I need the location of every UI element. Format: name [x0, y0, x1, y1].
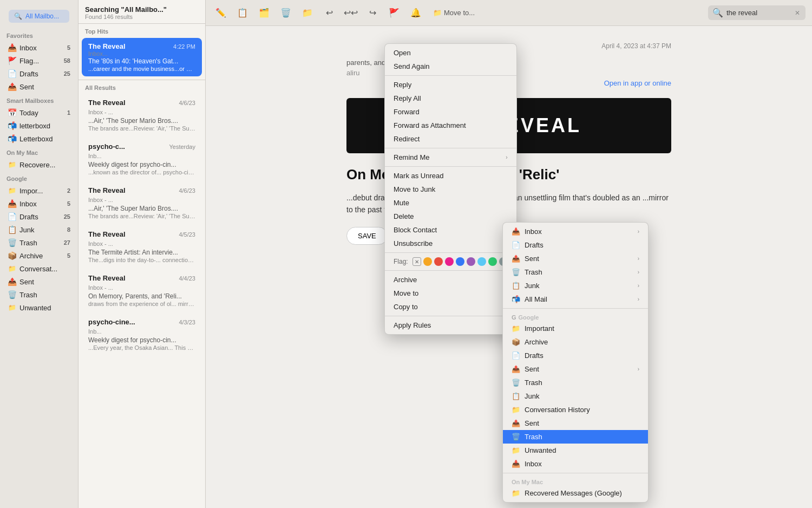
archive-toolbar-button[interactable]: 🗂️ — [256, 5, 273, 21]
sidebar-item-letterboxd2[interactable]: 📬 Letterboxd — [2, 133, 76, 145]
sub-google-archive[interactable]: 📦 Archive — [503, 335, 648, 349]
sub-all-mail[interactable]: 📬 All Mail › — [503, 292, 648, 306]
ctx-move-junk[interactable]: Move to Junk — [385, 183, 516, 196]
flag-toolbar-button[interactable]: 🚩 — [385, 5, 403, 21]
sidebar-item-flagged[interactable]: 🚩 Flag... 58 — [2, 55, 76, 67]
sidebar-item-label: Impor... — [19, 187, 64, 195]
move-to-toolbar-button[interactable]: 📁 Move to... — [429, 6, 479, 19]
sidebar-item-google-important[interactable]: 📁 Impor... 2 — [2, 185, 76, 197]
sub-google-drafts[interactable]: 📄 Drafts — [503, 349, 648, 362]
inbox-icon: 📥 — [512, 460, 520, 468]
sub-google-junk[interactable]: 📋 Junk — [503, 389, 648, 403]
open-in-app-link[interactable]: Open in app — [604, 79, 643, 87]
sidebar-item-google-trash[interactable]: 🗑️ Trash 27 — [2, 237, 76, 249]
sub-recovered-messages[interactable]: 📁 Recovered Messages (Google) — [503, 486, 648, 500]
sub-google-sent2[interactable]: 📤 Sent — [503, 416, 648, 430]
sub-google-sent[interactable]: 📤 Sent › — [503, 362, 648, 376]
toolbar-search[interactable]: 🔍 ✕ — [708, 5, 806, 20]
save-button[interactable]: SAVE — [346, 227, 388, 245]
mail-item[interactable]: The Reveal 4/5/23 Inbox - ... The Termit… — [82, 226, 202, 268]
google-icon: G — [512, 314, 516, 321]
clear-search-icon[interactable]: ✕ — [795, 9, 800, 17]
sub-google-unwanted[interactable]: 📁 Unwanted — [503, 444, 648, 457]
sidebar-item-google-inbox[interactable]: 📥 Inbox 5 — [2, 198, 76, 210]
sub-google-trash2-active[interactable]: 🗑️ Trash — [503, 430, 648, 444]
sub-inbox[interactable]: 📥 Inbox › — [503, 225, 648, 238]
sidebar-item-google-drafts[interactable]: 📄 Drafts 25 — [2, 211, 76, 223]
sub-google-important[interactable]: 📁 Important — [503, 322, 648, 335]
online-link[interactable]: online — [652, 79, 671, 87]
flag-clear-button[interactable]: ✕ — [412, 257, 421, 266]
mail-item[interactable]: The Reveal 4/4/23 Inbox - ... On Memory,… — [82, 270, 202, 311]
ctx-redirect[interactable]: Redirect — [385, 132, 516, 146]
folder-icon: 📁 — [512, 446, 520, 454]
mail-sender: The Reveal — [88, 42, 126, 50]
flag-pink-button[interactable] — [445, 257, 454, 266]
mail-item[interactable]: psycho-cine... 4/3/23 Inb... Weekly dige… — [82, 314, 202, 355]
sidebar-item-letterboxd1[interactable]: 📬 letterboxd — [2, 120, 76, 132]
sidebar-item-google-sent[interactable]: 📤 Sent — [2, 276, 76, 288]
junk-toolbar-button[interactable]: 📁 — [299, 5, 316, 21]
forward-toolbar-button[interactable]: ↪ — [364, 5, 381, 21]
sidebar-item-today[interactable]: 📅 Today 1 — [2, 107, 76, 119]
ctx-move-to[interactable]: Move to › — [385, 286, 516, 300]
mail-item[interactable]: The Reveal 4/6/23 Inbox - ... ...Air,' '… — [82, 94, 202, 136]
ctx-separator — [385, 316, 516, 316]
search-input[interactable] — [726, 9, 791, 17]
flag-orange-button[interactable] — [423, 257, 432, 266]
sidebar-item-drafts[interactable]: 📄 Drafts 25 — [2, 68, 76, 80]
compose-button[interactable]: ✏️ — [212, 5, 230, 21]
ctx-reply[interactable]: Reply — [385, 78, 516, 92]
all-mailboxes-badge[interactable]: 🔍 All Mailbo... — [9, 10, 69, 23]
sidebar-item-count: 5 — [67, 44, 70, 51]
ctx-mark-unread[interactable]: Mark as Unread — [385, 169, 516, 183]
ctx-send-again[interactable]: Send Again — [385, 60, 516, 73]
mail-item-top-hit[interactable]: The Reveal 4:22 PM Inbox... The '80s in … — [82, 38, 202, 76]
ctx-reply-all[interactable]: Reply All — [385, 92, 516, 105]
sub-google-trash[interactable]: 🗑️ Trash — [503, 376, 648, 389]
sub-drafts[interactable]: 📄 Drafts — [503, 238, 648, 252]
note-button[interactable]: 📋 — [234, 5, 251, 21]
ctx-delete[interactable]: Delete — [385, 210, 516, 223]
sidebar-item-google-archive[interactable]: 📦 Archive 5 — [2, 250, 76, 262]
mail-item[interactable]: The Reveal 4/6/23 Inbox - ... ...Air,' '… — [82, 182, 202, 224]
flag-lightblue-button[interactable] — [477, 257, 486, 266]
ctx-block-contact[interactable]: Block Contact — [385, 223, 516, 237]
sidebar-item-unwanted[interactable]: 📁 Unwanted — [2, 302, 76, 314]
sidebar-item-conversation[interactable]: 📁 Conversat... — [2, 263, 76, 275]
sidebar-item-google-trash2[interactable]: 🗑️ Trash — [2, 289, 76, 301]
ctx-archive[interactable]: Archive — [385, 273, 516, 286]
ctx-apply-rules[interactable]: Apply Rules — [385, 318, 516, 332]
sub-google-inbox[interactable]: 📥 Inbox — [503, 457, 648, 471]
flag-green-button[interactable] — [488, 257, 497, 266]
sub-junk-top[interactable]: 📋 Junk › — [503, 279, 648, 292]
ctx-unsubscribe-label: Unsubscribe — [394, 239, 433, 248]
sidebar-item-inbox[interactable]: 📥 Inbox 5 — [2, 42, 76, 54]
sub-conversation-history[interactable]: 📁 Conversation History — [503, 403, 648, 416]
mail-subject: ...Air,' 'The Super Mario Bros.... — [88, 117, 195, 125]
mail-item[interactable]: psycho-c... Yesterday Inb... Weekly dige… — [82, 138, 202, 180]
notification-toolbar-button[interactable]: 🔔 — [407, 5, 424, 21]
ctx-forward-attachment-label: Forward as Attachment — [394, 121, 466, 129]
sidebar-item-google-junk[interactable]: 📋 Junk 8 — [2, 224, 76, 236]
ctx-forward[interactable]: Forward — [385, 105, 516, 119]
folder-icon: 📁 — [512, 489, 520, 497]
reply-toolbar-button[interactable]: ↩ — [320, 5, 338, 21]
flag-blue-button[interactable] — [456, 257, 464, 266]
ctx-unsubscribe[interactable]: Unsubscribe — [385, 237, 516, 250]
ctx-forward-attachment[interactable]: Forward as Attachment — [385, 119, 516, 132]
sub-trash-top[interactable]: 🗑️ Trash › — [503, 265, 648, 279]
delete-toolbar-button[interactable]: 🗑️ — [277, 5, 294, 21]
ctx-move-junk-label: Move to Junk — [394, 185, 435, 193]
ctx-open[interactable]: Open — [385, 46, 516, 60]
reply-all-toolbar-button[interactable]: ↩↩ — [342, 5, 359, 21]
ctx-copy-to[interactable]: Copy to › — [385, 300, 516, 314]
ctx-remind-me[interactable]: Remind Me › — [385, 151, 516, 164]
flag-red-button[interactable] — [434, 257, 443, 266]
sidebar-item-recovered[interactable]: 📁 Recovere... — [2, 159, 76, 171]
ctx-mute[interactable]: Mute — [385, 196, 516, 210]
sidebar-item-sent[interactable]: 📤 Sent — [2, 81, 76, 93]
flag-purple-button[interactable] — [467, 257, 475, 266]
sub-sent[interactable]: 📤 Sent › — [503, 252, 648, 265]
folder-icon: 📁 — [433, 9, 442, 17]
